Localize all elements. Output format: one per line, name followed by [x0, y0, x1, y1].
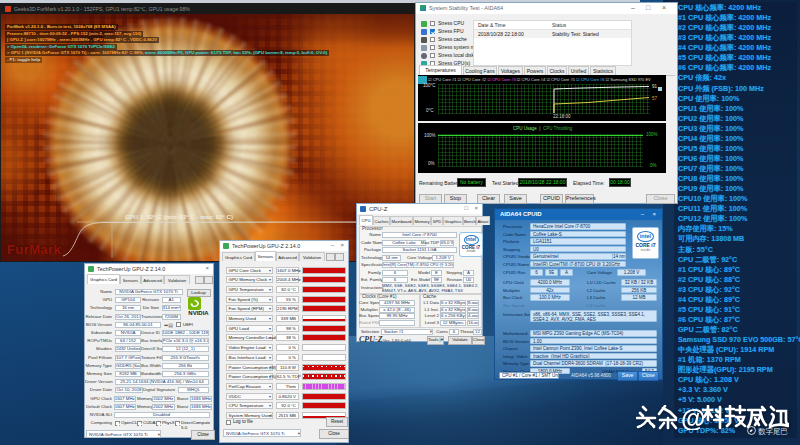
- svg-text:GPU 1: 82° C (min: 82° C - max: GPU 1: 82° C (min: 82° C - max: 82° C): [125, 214, 233, 220]
- svg-text:@: @: [681, 405, 705, 430]
